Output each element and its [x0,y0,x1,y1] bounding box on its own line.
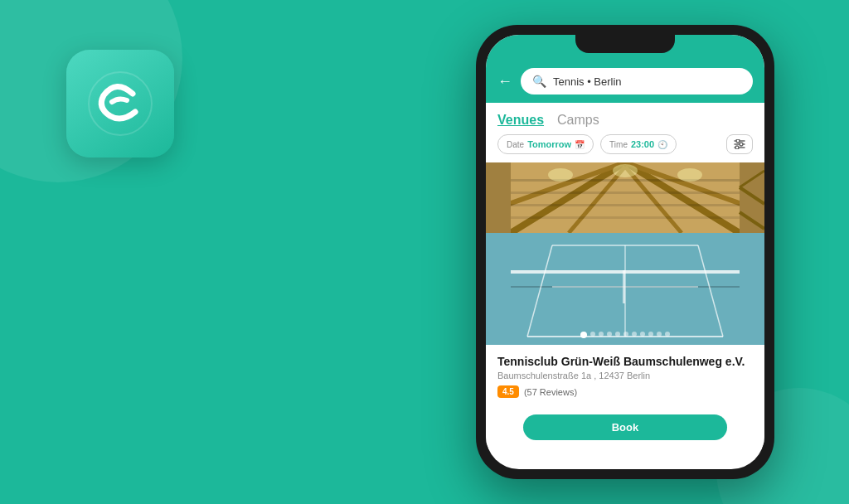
filter-adjust-button[interactable] [726,134,753,154]
app-icon [66,50,174,158]
tab-venues[interactable]: Venues [497,113,544,128]
dot-8 [640,332,645,337]
phone-outer: ← 🔍 Tennis • Berlin Venues Camps Date To… [476,25,774,479]
svg-rect-21 [511,179,740,182]
dot-2 [590,332,595,337]
dot-7 [632,332,637,337]
book-button[interactable]: Book [523,414,727,440]
search-query-text: Tennis • Berlin [553,75,622,88]
date-label: Date [507,140,524,149]
calendar-icon: 📅 [575,140,585,149]
court-svg [486,162,764,345]
svg-point-36 [613,164,638,177]
dot-6 [623,332,628,337]
dot-1 [580,332,587,338]
venue-info: Tennisclub Grün-Weiß Baumschulenweg e.V.… [486,345,764,408]
time-filter-pill[interactable]: Time 23:00 🕙 [600,134,677,154]
dot-11 [665,332,670,337]
search-icon: 🔍 [532,75,546,88]
date-value: Tomorrow [527,139,571,149]
date-filter-pill[interactable]: Date Tomorrow 📅 [497,134,594,154]
dot-4 [607,332,612,337]
review-count: (57 Reviews) [524,387,577,397]
svg-point-35 [548,168,573,182]
tab-camps[interactable]: Camps [557,113,599,128]
sliders-icon [734,139,745,149]
svg-point-4 [740,143,743,146]
venue-address: Baumschulenstraße 1a , 12437 Berlin [497,371,753,380]
venue-rating-row: 4.5 (57 Reviews) [497,385,753,398]
app-logo-svg [87,70,153,137]
filter-row: Date Tomorrow 📅 Time 23:00 🕙 [486,134,764,162]
carousel-dots [486,332,764,338]
phone-screen: ← 🔍 Tennis • Berlin Venues Camps Date To… [486,35,764,469]
book-button-row: Book [486,408,764,447]
dot-9 [648,332,653,337]
venue-name: Tennisclub Grün-Weiß Baumschulenweg e.V. [497,355,753,368]
svg-point-2 [736,139,740,143]
dot-3 [599,332,604,337]
clock-icon: 🕙 [657,140,667,149]
rating-badge: 4.5 [497,385,519,398]
venue-image [486,162,764,345]
time-value: 23:00 [631,139,654,149]
phone-notch [575,35,675,53]
svg-rect-24 [511,216,740,219]
time-label: Time [609,140,628,149]
tabs-row: Venues Camps [486,103,764,134]
search-input-area[interactable]: 🔍 Tennis • Berlin [521,68,753,94]
dot-5 [615,332,620,337]
svg-point-0 [89,72,152,135]
svg-rect-23 [511,204,740,206]
svg-point-37 [677,168,702,182]
dot-10 [657,332,662,337]
svg-rect-22 [511,191,740,194]
back-button[interactable]: ← [497,73,512,90]
svg-point-6 [735,146,739,149]
phone-mockup: ← 🔍 Tennis • Berlin Venues Camps Date To… [476,25,783,481]
